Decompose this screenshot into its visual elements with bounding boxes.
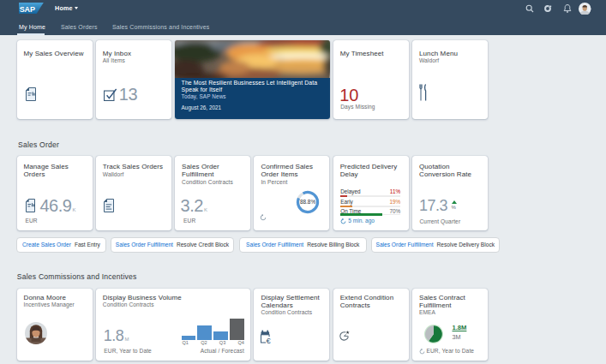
svg-text:€: € — [266, 336, 271, 345]
svg-text:SAP: SAP — [20, 4, 35, 13]
svg-text:88.8%: 88.8% — [300, 199, 315, 205]
